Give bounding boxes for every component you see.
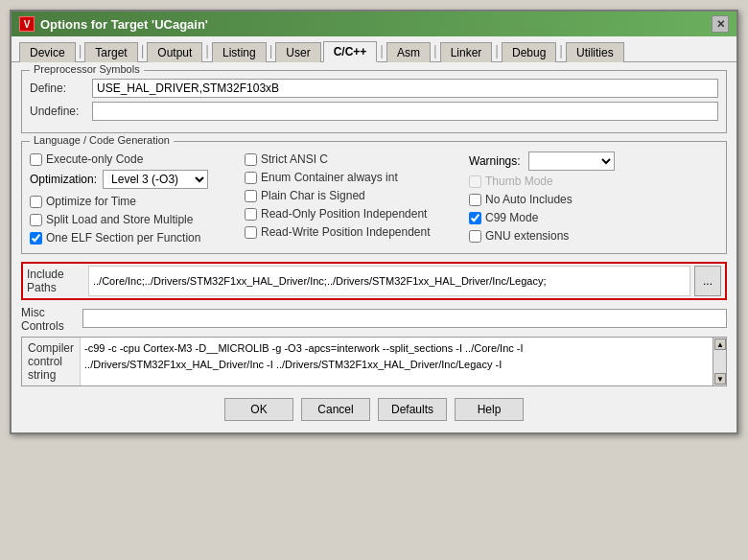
c99-mode-checkbox[interactable]: [469, 212, 481, 224]
cancel-button[interactable]: Cancel: [301, 398, 370, 421]
thumb-mode-label: Thumb Mode: [485, 175, 553, 188]
misc-controls-row: Misc Controls: [21, 304, 727, 333]
tab-debug[interactable]: Debug: [502, 42, 556, 62]
compiler-scrollbar: ▲ ▼: [713, 338, 726, 385]
optimize-time-checkbox[interactable]: [30, 196, 42, 208]
enum-container-checkbox[interactable]: [245, 172, 257, 184]
split-load-label: Split Load and Store Multiple: [46, 213, 193, 226]
compiler-label: Compiler control string: [22, 338, 80, 385]
main-window: V Options for Target 'UCagain' ✕ Device …: [10, 10, 738, 434]
execute-only-row: Execute-only Code: [30, 152, 241, 167]
language-group-label: Language / Code Generation: [30, 134, 174, 146]
c99-mode-row: C99 Mode: [469, 210, 680, 225]
split-load-row: Split Load and Store Multiple: [30, 212, 241, 227]
strict-ansi-row: Strict ANSI C: [245, 152, 465, 167]
tab-utilities[interactable]: Utilities: [566, 42, 624, 62]
no-auto-includes-label: No Auto Includes: [485, 193, 573, 206]
tab-sep-4: |: [269, 43, 274, 58]
plain-char-row: Plain Char is Signed: [245, 188, 465, 203]
title-bar-left: V Options for Target 'UCagain': [19, 16, 208, 32]
tab-cpp[interactable]: C/C++: [323, 41, 378, 62]
tab-user[interactable]: User: [275, 42, 320, 62]
misc-controls-input[interactable]: [82, 309, 727, 328]
tab-sep-8: |: [558, 43, 564, 58]
include-paths-label: Include Paths: [27, 266, 84, 294]
optimization-select[interactable]: Level 3 (-O3): [103, 170, 208, 189]
strict-ansi-checkbox[interactable]: [245, 153, 257, 166]
no-auto-includes-row: No Auto Includes: [469, 192, 680, 207]
one-elf-checkbox[interactable]: [30, 232, 42, 245]
undefine-label: Undefine:: [30, 105, 92, 118]
defaults-button[interactable]: Defaults: [378, 398, 447, 421]
read-only-row: Read-Only Position Independent: [245, 206, 465, 222]
preprocessor-group-label: Preprocessor Symbols: [30, 63, 144, 75]
undefine-input[interactable]: [92, 102, 718, 121]
optimization-row: Optimization: Level 3 (-O3): [30, 170, 241, 189]
tab-sep-7: |: [494, 43, 500, 58]
no-auto-includes-checkbox[interactable]: [469, 194, 481, 206]
misc-controls-label: Misc Controls: [21, 304, 79, 333]
enum-container-label: Enum Container always int: [261, 171, 398, 184]
warnings-select[interactable]: [528, 152, 615, 171]
read-write-label: Read-Write Position Independent: [261, 225, 431, 239]
window-title: Options for Target 'UCagain': [40, 17, 208, 32]
c99-mode-label: C99 Mode: [485, 211, 538, 224]
enum-container-row: Enum Container always int: [245, 170, 465, 185]
help-button[interactable]: Help: [455, 398, 524, 421]
scrollbar-up-button[interactable]: ▲: [714, 338, 726, 350]
execute-only-checkbox[interactable]: [30, 153, 42, 166]
execute-only-label: Execute-only Code: [46, 152, 143, 166]
read-only-label: Read-Only Position Independent: [261, 207, 427, 221]
tab-device[interactable]: Device: [19, 42, 76, 62]
tab-linker[interactable]: Linker: [440, 42, 493, 62]
button-bar: OK Cancel Defaults Help: [21, 392, 727, 425]
undefine-row: Undefine:: [30, 102, 718, 121]
tab-sep-6: |: [432, 43, 438, 58]
include-paths-row: Include Paths ...: [27, 266, 721, 296]
tab-bar: Device | Target | Output | Listing | Use…: [12, 36, 736, 62]
define-label: Define:: [30, 82, 92, 95]
gnu-ext-checkbox[interactable]: [469, 230, 481, 243]
optimization-label: Optimization:: [30, 173, 97, 186]
tab-content: Preprocessor Symbols Define: Undefine: L…: [12, 62, 736, 432]
scrollbar-down-button[interactable]: ▼: [714, 373, 726, 385]
app-icon: V: [19, 16, 35, 32]
read-only-checkbox[interactable]: [245, 208, 257, 221]
define-row: Define:: [30, 79, 718, 98]
compiler-text: -c99 -c -cpu Cortex-M3 -D__MICROLIB -g -…: [80, 338, 713, 385]
define-input[interactable]: [92, 79, 718, 98]
read-write-checkbox[interactable]: [245, 226, 257, 239]
close-button[interactable]: ✕: [712, 15, 729, 33]
warnings-row: Warnings:: [469, 152, 680, 171]
one-elf-label: One ELF Section per Function: [46, 231, 200, 245]
warnings-label: Warnings:: [469, 154, 521, 168]
gnu-ext-label: GNU extensions: [485, 229, 569, 243]
tab-output[interactable]: Output: [147, 42, 202, 62]
compiler-line2: ../Drivers/STM32F1xx_HAL_Driver/Inc -I .…: [84, 357, 709, 373]
read-write-row: Read-Write Position Independent: [245, 224, 465, 240]
include-paths-input[interactable]: [88, 266, 690, 296]
plain-char-checkbox[interactable]: [245, 190, 257, 202]
preprocessor-group: Preprocessor Symbols Define: Undefine:: [21, 70, 727, 133]
strict-ansi-label: Strict ANSI C: [261, 152, 328, 166]
thumb-mode-row: Thumb Mode: [469, 174, 680, 189]
compiler-line1: -c99 -c -cpu Cortex-M3 -D__MICROLIB -g -…: [84, 340, 709, 357]
tab-target[interactable]: Target: [84, 42, 137, 62]
compiler-group: Compiler control string -c99 -c -cpu Cor…: [21, 337, 727, 386]
one-elf-row: One ELF Section per Function: [30, 230, 241, 245]
tab-listing[interactable]: Listing: [212, 42, 267, 62]
split-load-checkbox[interactable]: [30, 214, 42, 226]
gnu-ext-row: GNU extensions: [469, 228, 680, 244]
plain-char-label: Plain Char is Signed: [261, 189, 365, 202]
tab-asm[interactable]: Asm: [386, 42, 431, 62]
title-bar: V Options for Target 'UCagain' ✕: [12, 12, 736, 36]
include-paths-browse-button[interactable]: ...: [694, 266, 721, 296]
optimize-time-label: Optimize for Time: [46, 195, 136, 208]
ok-button[interactable]: OK: [224, 398, 293, 421]
tab-sep-1: |: [78, 43, 83, 58]
tab-sep-3: |: [204, 43, 210, 58]
thumb-mode-checkbox[interactable]: [469, 175, 481, 188]
optimize-time-row: Optimize for Time: [30, 194, 241, 209]
tab-sep-2: |: [140, 43, 146, 58]
language-group: Language / Code Generation Execute-only …: [21, 141, 727, 254]
